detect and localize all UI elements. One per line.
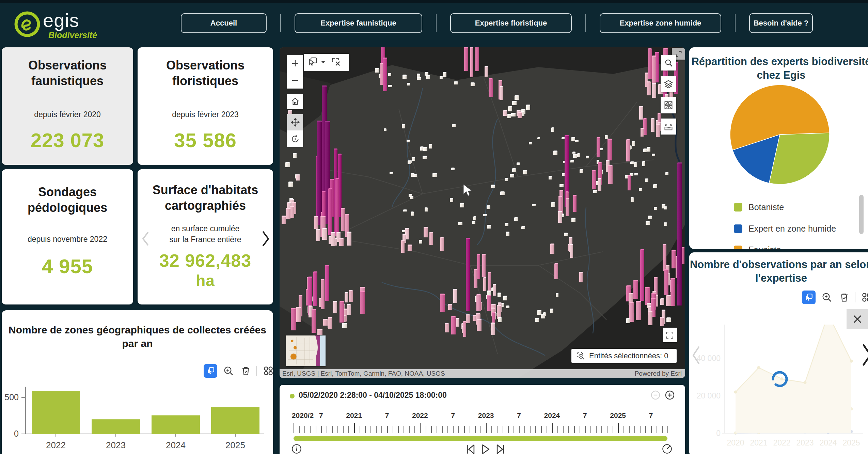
legend-label: Expert en zone humide	[748, 224, 836, 234]
map-column	[592, 170, 596, 189]
zones-bar-chart[interactable]: 50002022202320242025	[2, 383, 273, 454]
map-column	[290, 206, 294, 218]
map-column	[463, 321, 466, 337]
map-column	[456, 318, 459, 327]
bar-2025[interactable]	[211, 407, 259, 434]
clear-filter-icon[interactable]	[838, 291, 850, 303]
map-column	[575, 140, 579, 142]
select-mode-button[interactable]	[204, 364, 217, 378]
map-column	[593, 190, 597, 193]
time-axis-label: 7	[451, 411, 455, 420]
experts-pie-chart[interactable]	[689, 84, 868, 190]
time-tick	[348, 426, 349, 433]
stat-title: Observations faunistiques	[2, 58, 133, 89]
map-column	[648, 311, 652, 325]
bar-2023[interactable]	[92, 419, 140, 434]
map-column	[451, 316, 455, 334]
chart-menu-icon[interactable]	[262, 365, 274, 377]
clear-selection-icon[interactable]	[331, 57, 341, 68]
stat-card-observations-faunistiques[interactable]: Observations faunistiques depuis février…	[2, 47, 133, 165]
nav-button-expertise-floristique[interactable]: Expertise floristique	[450, 13, 572, 33]
rotate-mode-button[interactable]	[287, 130, 303, 147]
map-search-button[interactable]	[661, 55, 676, 71]
chart-zoom-icon[interactable]	[821, 291, 833, 303]
play-icon[interactable]	[480, 443, 491, 454]
home-extent-button[interactable]	[287, 94, 303, 109]
time-range-bar[interactable]	[294, 436, 667, 441]
zoom-in-button[interactable]	[287, 55, 303, 72]
time-tick	[480, 426, 481, 433]
map-column	[402, 230, 406, 232]
svg-text:0: 0	[716, 429, 721, 438]
experts-pie-panel: Répartition des experts biodiversité che…	[689, 47, 868, 249]
selected-entities-badge[interactable]: Entités sélectionnées: 0	[571, 349, 677, 363]
map-column	[643, 148, 647, 152]
select-tool-dropdown-caret[interactable]	[320, 59, 326, 65]
bar-2022[interactable]	[32, 391, 80, 434]
nav-button-expertise-faunistique[interactable]: Expertise faunistique	[295, 13, 422, 33]
legend-item-expert-en-zone-humide[interactable]: Expert en zone humide	[734, 224, 836, 234]
time-zoom-in-icon[interactable]	[664, 390, 675, 402]
map-column	[483, 214, 487, 216]
map-column	[666, 295, 671, 306]
legend-item-botaniste[interactable]: Botaniste	[734, 202, 784, 212]
stat-card-sondages-pedologiques[interactable]: Sondages pédologiques depuis novembre 20…	[2, 169, 133, 304]
map-column	[634, 173, 638, 175]
bar-2024[interactable]	[152, 415, 200, 434]
time-tick	[574, 426, 575, 433]
time-tick	[294, 423, 294, 433]
time-tick	[453, 426, 454, 433]
map-column	[660, 317, 664, 326]
map-column	[349, 290, 352, 302]
map-column	[388, 73, 391, 76]
legend-item-fauniste[interactable]: Fauniste	[734, 245, 781, 249]
stat-card-surface-habitats[interactable]: Surface d'habitats cartographiés en surf…	[138, 169, 273, 304]
map-3d-view[interactable]: Entités sélectionnées: 0 Esri, USGS | Es…	[280, 47, 685, 378]
time-info-icon[interactable]	[291, 443, 302, 454]
carousel-next-icon[interactable]	[261, 231, 270, 247]
basemap-gallery-button[interactable]	[661, 97, 676, 113]
time-tick	[486, 423, 487, 433]
egis-logo[interactable]: egis Biodiversité	[14, 7, 116, 41]
nav-button-expertise-zone-humide[interactable]: Expertise zone humide	[600, 13, 721, 33]
map-column	[296, 174, 300, 181]
time-tick	[563, 426, 564, 433]
select-tool-icon[interactable]	[307, 57, 318, 68]
panel-scrollbar[interactable]	[859, 195, 864, 234]
pan-mode-button[interactable]	[287, 114, 303, 130]
playback-speed-icon[interactable]	[662, 443, 673, 454]
nav-button-accueil[interactable]: Accueil	[181, 13, 267, 33]
map-column	[477, 254, 480, 279]
measure-button[interactable]	[661, 119, 676, 135]
map-column	[505, 223, 508, 226]
zoom-out-button[interactable]	[287, 72, 303, 89]
clear-filter-icon[interactable]	[240, 365, 252, 377]
stat-card-observations-floristiques[interactable]: Observations floristiques depuis février…	[138, 47, 273, 165]
time-range-dot	[290, 394, 295, 398]
map-attribution: Esri, USGS | Esri, TomTom, Garmin, FAO, …	[280, 369, 685, 378]
time-tick	[662, 426, 663, 433]
map-column	[633, 280, 638, 299]
carousel-prev-icon[interactable]	[141, 231, 150, 246]
chart-menu-icon[interactable]	[861, 291, 868, 303]
nav-button-besoin-d-aide-[interactable]: Besoin d'aide ?	[749, 13, 813, 33]
chart-zoom-icon[interactable]	[222, 365, 235, 377]
map-column	[521, 226, 525, 229]
map-column	[651, 118, 654, 132]
panel-next-icon[interactable]	[861, 343, 868, 367]
panel-prev-icon[interactable]	[691, 345, 701, 365]
overview-minimap[interactable]	[286, 335, 326, 366]
time-tick	[316, 426, 316, 433]
time-zoom-out-icon[interactable]	[650, 390, 661, 402]
map-fullscreen-button[interactable]	[663, 328, 677, 342]
map-column	[333, 301, 337, 313]
skip-back-icon[interactable]	[465, 443, 476, 454]
map-column	[507, 114, 511, 118]
skip-forward-icon[interactable]	[495, 443, 506, 454]
map-column	[335, 178, 339, 236]
layers-button[interactable]	[661, 76, 676, 92]
select-mode-button[interactable]	[802, 291, 816, 304]
map-column	[288, 182, 293, 187]
mouse-cursor	[462, 184, 474, 197]
map-column	[511, 113, 516, 116]
